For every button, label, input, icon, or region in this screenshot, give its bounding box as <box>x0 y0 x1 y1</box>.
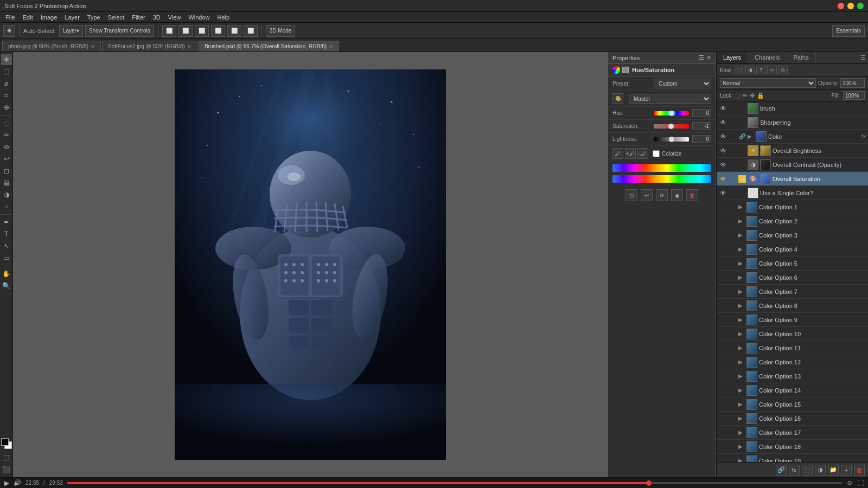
lightness-slider-container[interactable] <box>654 136 689 143</box>
layers-menu-btn[interactable]: ☰ <box>858 52 868 63</box>
layer-color-option-16[interactable]: ▶ Color Option 16 <box>717 412 868 426</box>
blur-tool-icon[interactable]: ◑ <box>1 189 12 200</box>
crop-tool-icon[interactable]: ⌗ <box>1 90 12 101</box>
gradient-tool-icon[interactable]: ▤ <box>1 177 12 188</box>
vis-icon[interactable] <box>719 372 727 381</box>
fill-input[interactable] <box>843 91 865 100</box>
tab-brushed[interactable]: Brushed.psd @ 66.7% (Overall Saturation,… <box>199 41 339 52</box>
layer-color-option-7[interactable]: ▶ Color Option 7 <box>717 285 868 299</box>
layer-color-expand[interactable]: ▶ <box>748 133 754 139</box>
clone-tool-icon[interactable]: ⊘ <box>1 142 12 152</box>
saturation-value[interactable]: -1 <box>692 122 711 130</box>
layer-color-option-19[interactable]: ▶ Color Option 19 <box>717 454 868 462</box>
text-tool-icon[interactable]: T <box>1 229 12 240</box>
new-layer-btn[interactable]: + <box>841 465 852 476</box>
expand-icon[interactable]: ▶ <box>738 274 745 280</box>
menu-3d[interactable]: 3D <box>150 13 164 22</box>
layer-color-option-11[interactable]: ▶ Color Option 11 <box>717 341 868 355</box>
expand-icon[interactable]: ▶ <box>738 317 745 323</box>
eyedropper-tool-icon[interactable]: ⊕ <box>1 102 12 113</box>
play-btn[interactable]: ▶ <box>4 479 9 487</box>
hue-slider-container[interactable] <box>654 110 689 117</box>
expand-icon[interactable]: ▶ <box>738 232 745 238</box>
vis-icon[interactable] <box>719 344 727 352</box>
menu-help[interactable]: Help <box>214 13 233 22</box>
progress-bar[interactable] <box>67 482 843 484</box>
expand-icon[interactable]: ▶ <box>738 303 745 309</box>
vis-icon[interactable] <box>719 217 727 226</box>
layer-color-option-4[interactable]: ▶ Color Option 4 <box>717 242 868 256</box>
tab-softfocus-close[interactable]: ✕ <box>187 44 192 49</box>
settings-btn[interactable]: ⚙ <box>847 479 853 487</box>
opacity-input[interactable] <box>840 78 865 88</box>
vis-icon[interactable] <box>719 203 727 211</box>
delete-layer-btn[interactable]: 🗑 <box>854 465 865 476</box>
layer-color-vis[interactable]: 👁 <box>719 132 727 141</box>
expand-icon[interactable]: ▶ <box>738 401 745 407</box>
brush-tool-icon[interactable]: ✏ <box>1 130 12 140</box>
vis-icon[interactable] <box>719 316 727 324</box>
expand-icon[interactable]: ▶ <box>738 218 745 224</box>
layer-brush-vis[interactable]: 👁 <box>719 104 727 113</box>
expand-icon[interactable]: ▶ <box>738 444 745 450</box>
screen-mode-icon[interactable]: ⬛ <box>1 464 12 475</box>
menu-filter[interactable]: Filter <box>129 13 148 22</box>
layer-contrast-vis[interactable]: 👁 <box>719 160 727 169</box>
minimize-button[interactable] <box>847 3 854 9</box>
align-bottom-btn[interactable]: ⬜ <box>244 25 258 37</box>
hand-tool-icon[interactable]: ✋ <box>1 268 12 279</box>
preset-select[interactable]: Custom Default <box>654 79 711 88</box>
vis-icon[interactable] <box>719 442 727 451</box>
foreground-color[interactable] <box>1 438 9 446</box>
channel-picker-icon[interactable]: 🎨 <box>612 93 623 104</box>
sat-thumb[interactable] <box>668 124 674 129</box>
tab-photo-close[interactable]: ✕ <box>91 44 95 49</box>
hue-thumb[interactable] <box>669 111 674 116</box>
layer-color-option-2[interactable]: ▶ Color Option 2 <box>717 214 868 228</box>
kind-filter-shape[interactable]: ▭ <box>767 66 777 74</box>
kind-filter-adjust[interactable]: ◑ <box>745 66 755 74</box>
path-select-tool-icon[interactable]: ↖ <box>1 241 12 252</box>
vis-icon[interactable] <box>719 330 727 338</box>
layer-color-option-14[interactable]: ▶ Color Option 14 <box>717 383 868 397</box>
expand-icon[interactable]: ▶ <box>738 345 745 351</box>
layer-brightness-vis[interactable]: 👁 <box>719 146 727 155</box>
3d-mode-btn[interactable]: 3D Mode <box>266 25 296 37</box>
properties-menu-icon[interactable]: ☰ <box>699 54 704 61</box>
close-button[interactable] <box>838 3 844 9</box>
layer-color-option-10[interactable]: ▶ Color Option 10 <box>717 327 868 341</box>
expand-icon[interactable]: ▶ <box>738 458 745 462</box>
saturation-slider-container[interactable] <box>654 123 689 130</box>
expand-icon[interactable]: ▶ <box>738 429 745 435</box>
layer-color-option-5[interactable]: ▶ Color Option 5 <box>717 256 868 271</box>
vis-icon[interactable] <box>719 287 727 296</box>
layer-color-option-15[interactable]: ▶ Color Option 15 <box>717 397 868 412</box>
previous-state-btn[interactable]: ↩ <box>641 189 653 201</box>
show-transform-btn[interactable]: Show Transform Controls <box>85 25 154 37</box>
align-center-btn[interactable]: ⬜ <box>178 25 193 37</box>
tab-paths[interactable]: Paths <box>787 52 816 63</box>
subtract-eyedropper[interactable]: -🖋 <box>637 148 648 159</box>
quick-mask-icon[interactable]: ⬚ <box>1 452 12 463</box>
vis-icon[interactable] <box>719 231 727 240</box>
menu-window[interactable]: Window <box>185 13 213 22</box>
vis-icon[interactable] <box>719 273 727 282</box>
layer-sharpening-vis[interactable]: 👁 <box>719 118 727 127</box>
vis-icon[interactable] <box>719 428 727 437</box>
hue-value[interactable]: 0 <box>692 109 711 117</box>
layer-color-option-9[interactable]: ▶ Color Option 9 <box>717 313 868 327</box>
pen-tool-icon[interactable]: ✒ <box>1 217 12 228</box>
progress-thumb[interactable] <box>646 480 652 486</box>
essentials-btn[interactable]: Essentials <box>832 25 865 37</box>
layer-single-color[interactable]: 👁 Use a Single Color? <box>717 186 868 200</box>
tab-photo[interactable]: photo.jpg @ 50% (Brush, RGB/8) ✕ <box>2 41 101 52</box>
menu-edit[interactable]: Edit <box>20 13 36 22</box>
vis-icon[interactable] <box>719 457 727 463</box>
align-top-btn[interactable]: ⬜ <box>211 25 225 37</box>
kind-filter-text[interactable]: T <box>756 66 766 74</box>
link-layers-btn[interactable]: 🔗 <box>776 465 787 476</box>
expand-icon[interactable]: ▶ <box>738 246 745 252</box>
lock-transparent-icon[interactable]: ⬚ <box>735 92 741 99</box>
layer-single-color-vis[interactable]: 👁 <box>719 189 727 197</box>
layer-sharpening[interactable]: 👁 Sharpening <box>717 115 868 130</box>
